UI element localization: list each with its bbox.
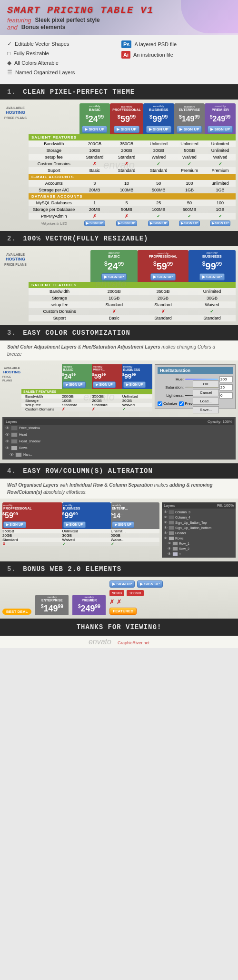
ps-cancel-btn[interactable]: Cancel (193, 389, 219, 396)
layer-t[interactable]: 👁 T... (163, 551, 235, 557)
footer-note-row: *All prices in USD ▶ SIGN UP ▶ SIGN UP ▶… (29, 220, 236, 227)
layer-col4[interactable]: 👁 Column_4 (163, 515, 235, 520)
setup-fee-row: setup fee Standard Standard Waived Waive… (29, 154, 236, 160)
layer-rows[interactable]: 👁 Rows (4, 445, 234, 451)
featuring-label: featuring (7, 17, 31, 24)
pricing-section-1: envato AVAILABLE HOSTING PRICE PLANS mon… (0, 100, 238, 231)
ps-buttons-area: OK Cancel Load... Save... (193, 380, 236, 413)
setup-pro-2: Standard (138, 301, 188, 308)
basic-signup-btn[interactable]: ▶ SIGN UP (82, 126, 107, 133)
db-storage-business: 100MB (143, 206, 174, 213)
s4-biz-su: ▶ SIGN UP (62, 520, 111, 529)
business2-signup-btn[interactable]: ▶ SIGN UP (199, 273, 225, 280)
s3-basic-signup-btn[interactable]: ▶ SIGN UP (63, 381, 86, 388)
section3-inner: AVAILABLE HOSTING PRICE PLANS monthlyBAS… (2, 364, 236, 415)
s3-biz-signup-btn[interactable]: ▶ SIGN UP (123, 381, 146, 388)
enterprise-price: $14999 (174, 113, 205, 124)
colorize-checkbox[interactable] (158, 401, 162, 406)
col2-pro-monthly: monthly (138, 252, 188, 255)
premier-signup-btn[interactable]: ▶ SIGN UP (208, 126, 233, 133)
premier-col-monthly: monthly (75, 596, 103, 599)
ps-save-btn[interactable]: Save... (193, 406, 219, 413)
mysql-label: MySQL Databases (29, 200, 79, 206)
footer-signup-basic-btn[interactable]: ▶ SIGN UP (84, 220, 105, 226)
db-storage-premier: 1GB (205, 206, 236, 213)
footer-signup-pro: ▶ SIGN UP (110, 220, 143, 227)
domains-row-2: Custom Domains ✗ ✗ ✓ (29, 308, 236, 315)
pro2-signup-btn[interactable]: ▶ SIGN UP (150, 273, 176, 280)
footer-signup-premier: ▶ SIGN UP (205, 220, 236, 227)
layer-row1[interactable]: 👁 Row_1 (163, 541, 235, 546)
eye-l7: 👁 (168, 541, 171, 546)
pricing1-wrapper: AVAILABLE HOSTING PRICE PLANS monthly BA… (2, 103, 236, 227)
featured-btn[interactable]: FEATURED (109, 608, 137, 615)
pricing-table-4: monthly PROFFESSIONAL monthly BUSINESS m… (2, 502, 159, 546)
ps-load-btn[interactable]: Load... (193, 398, 219, 405)
bonus-signup-btn2[interactable]: ▶ SIGN UP (137, 580, 162, 588)
feature-colors: ◆ All Colors Alterable (7, 60, 117, 66)
footer-signup-premier-btn[interactable]: ▶ SIGN UP (210, 220, 231, 226)
enterprise-signup-btn[interactable]: ▶ SIGN UP (177, 126, 202, 133)
s4-biz-signup-btn[interactable]: ▶ SIGN UP (63, 521, 86, 528)
basic2-signup-btn[interactable]: ▶ SIGN UP (101, 273, 127, 280)
lt9 (172, 552, 178, 556)
layer-head-shadow[interactable]: 👁 Head_shadow (4, 438, 234, 445)
section1-header: 1. CLEAN PIXEL-PERFECT THEME (0, 84, 238, 100)
section3-header: 3. EASY COLOR CUSTOMIZATION (0, 325, 238, 340)
business2-signup-cell: ▶ SIGN UP (188, 272, 236, 282)
layer-head[interactable]: 👁 Head (4, 431, 234, 438)
support-pro-2: Standard (138, 315, 188, 321)
bonus-right: ▶ SIGN UP ▶ SIGN UP 50MB 100MB ✗ ✗ FEATU… (109, 580, 162, 615)
section3-pricing-wrap: AVAILABLE HOSTING PRICE PLANS monthlyBAS… (2, 364, 152, 411)
layer-header-4[interactable]: 👁 Header (163, 530, 235, 536)
accounts-pro: 10 (110, 180, 143, 187)
s4-setup-row: Standard Waived Waive... (2, 538, 159, 542)
s4-pro-signup-btn[interactable]: ▶ SIGN UP (3, 521, 26, 528)
layer-rows-4[interactable]: 👁 Rows (163, 536, 235, 541)
s3-pro-signup: ▶ SIGN UP (92, 380, 122, 389)
layer-signup-top[interactable]: 👁 Sign_Up_Button_Top (163, 520, 235, 525)
layer-han[interactable]: 👁 Han... (4, 451, 234, 458)
s3-pro-signup-btn[interactable]: ▶ SIGN UP (93, 381, 116, 388)
domains-basic: ✗ (79, 160, 110, 167)
pro-price-val: $5999 (111, 114, 142, 123)
ps-ok-btn[interactable]: OK (193, 380, 219, 388)
s3-domains-row: Custom Domains ✗ ✗ ✓ (21, 407, 152, 411)
business-signup-btn[interactable]: ▶ SIGN UP (146, 126, 171, 133)
s4-ent-signup-btn[interactable]: ▶ SIGN UP (112, 521, 135, 528)
s4-price-row: $5999 $9999 $14... (2, 511, 159, 520)
layer-signup-bot[interactable]: 👁 Sign_Up_Button_bottom (163, 525, 235, 530)
price-row-2: $2499 $5999 $9999 (29, 260, 236, 272)
support-label-2: Suport (29, 315, 90, 321)
storage-ac-business: 500MB (143, 187, 174, 193)
envato-footer: envato GraphicRiver.net (0, 636, 238, 648)
footer-signup-enterprise-btn[interactable]: ▶ SIGN UP (179, 220, 200, 226)
preview-checkbox[interactable] (179, 401, 184, 406)
footer-signup-business: ▶ SIGN UP (143, 220, 174, 227)
db-storage-pro: 50MB (110, 206, 143, 213)
hue-slider[interactable] (185, 379, 218, 380)
layer-price-shadow[interactable]: 👁 Price_shadow (4, 425, 234, 431)
setup-fee-label: setup fee (29, 154, 79, 160)
s4-st-row: 20GB 30GB 50GB (2, 533, 159, 538)
pro-signup-btn[interactable]: ▶ SIGN UP (114, 126, 139, 133)
line2-text: Bonus elements (21, 24, 66, 31)
lt2 (169, 515, 174, 520)
layer-row2[interactable]: 👁 Row_2 (163, 546, 235, 551)
layer-head-label: Head (19, 433, 27, 436)
layer-col3[interactable]: 👁 Column_3 (163, 510, 235, 515)
s3-st-biz: 30GB (122, 399, 152, 403)
bandwidth-label-2: Bandwidth (29, 288, 90, 295)
footer-signup-pro-btn[interactable]: ▶ SIGN UP (116, 220, 137, 226)
storage-basic: 10GB (79, 147, 110, 154)
basic-price: $2499 (79, 113, 110, 124)
storage-row: Storage 10GB 20GB 30GB 50GB Unlimited (29, 147, 236, 154)
bonus-signup-btn1[interactable]: ▶ SIGN UP (109, 580, 135, 588)
footer-signup-business-btn[interactable]: ▶ SIGN UP (148, 220, 169, 226)
phpmyadmin-business: ✓ (143, 213, 174, 220)
support-premier: Premium (205, 167, 236, 174)
layer-price-shadow-label: Price_shadow (19, 426, 40, 430)
graphicriver-link[interactable]: GraphicRiver.net (118, 640, 149, 645)
business-price-val: $9999 (145, 114, 173, 123)
s4-signup-row: ▶ SIGN UP ▶ SIGN UP ▶ SIGN UP (2, 520, 159, 529)
